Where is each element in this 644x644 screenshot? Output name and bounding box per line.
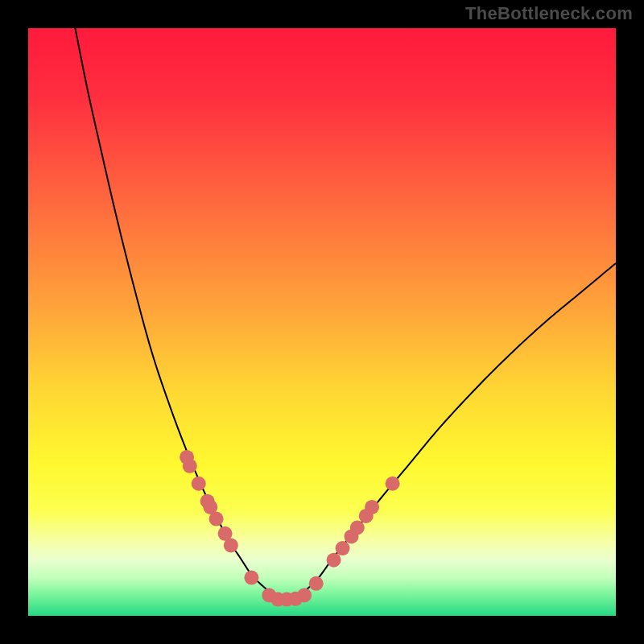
data-marker [224, 538, 238, 552]
data-marker [183, 459, 197, 473]
data-marker [309, 576, 324, 591]
data-marker [327, 553, 341, 568]
data-marker [336, 541, 350, 555]
data-marker [297, 588, 312, 602]
data-marker [209, 512, 224, 526]
data-marker [365, 500, 379, 514]
plot-area [28, 28, 616, 616]
data-marker [192, 477, 206, 491]
chart-frame: TheBottleneck.com [0, 0, 644, 644]
marker-group [180, 450, 400, 607]
bottleneck-curve [75, 28, 616, 600]
data-marker [244, 571, 258, 585]
data-marker [350, 521, 365, 535]
watermark-text: TheBottleneck.com [465, 3, 633, 24]
data-marker [386, 477, 400, 491]
curve-layer [28, 28, 616, 616]
